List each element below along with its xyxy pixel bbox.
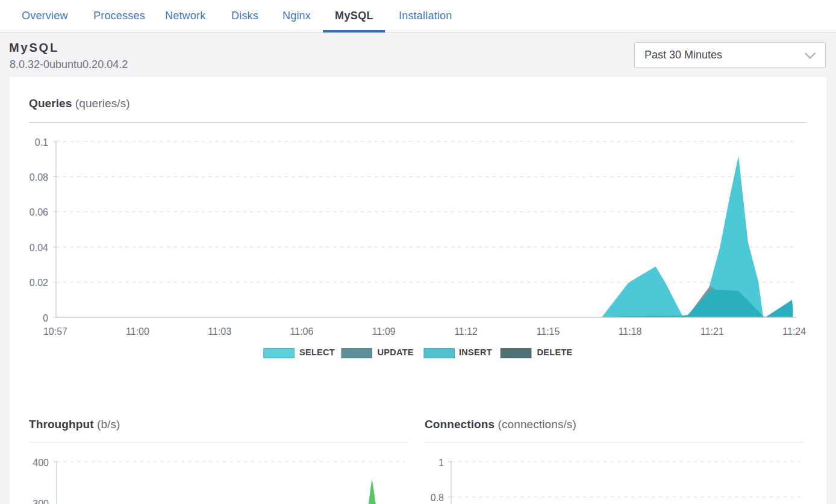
svg-text:400: 400: [33, 458, 49, 468]
svg-text:11:18: 11:18: [619, 326, 642, 337]
svg-text:1: 1: [438, 458, 444, 468]
svg-text:DELETE: DELETE: [537, 347, 573, 357]
svg-text:11:15: 11:15: [536, 326, 560, 337]
svg-text:SELECT: SELECT: [299, 347, 335, 357]
svg-text:INSERT: INSERT: [459, 347, 492, 357]
svg-text:10:57: 10:57: [43, 326, 67, 337]
svg-text:11:00: 11:00: [126, 326, 149, 337]
svg-text:11:21: 11:21: [700, 326, 724, 337]
svg-text:11:06: 11:06: [290, 326, 314, 337]
svg-text:11:09: 11:09: [372, 326, 396, 337]
svg-text:0.04: 0.04: [30, 243, 48, 253]
svg-text:0.02: 0.02: [30, 278, 48, 288]
svg-text:0.1: 0.1: [35, 137, 48, 148]
svg-text:0: 0: [43, 313, 48, 323]
svg-text:11:12: 11:12: [454, 326, 478, 337]
svg-text:11:24: 11:24: [782, 326, 806, 337]
svg-text:11:03: 11:03: [208, 326, 231, 337]
svg-text:0.06: 0.06: [30, 207, 48, 217]
svg-text:UPDATE: UPDATE: [378, 347, 414, 357]
svg-text:0.8: 0.8: [431, 493, 444, 503]
svg-text:300: 300: [33, 499, 49, 504]
svg-text:0.08: 0.08: [30, 172, 48, 182]
